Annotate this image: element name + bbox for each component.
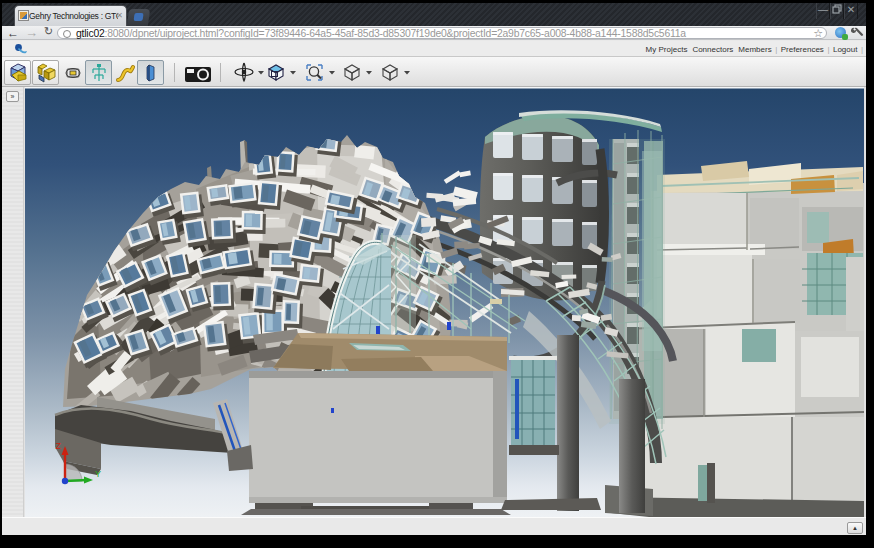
svg-text:Y: Y bbox=[95, 469, 101, 479]
svg-text:Z: Z bbox=[56, 441, 62, 451]
